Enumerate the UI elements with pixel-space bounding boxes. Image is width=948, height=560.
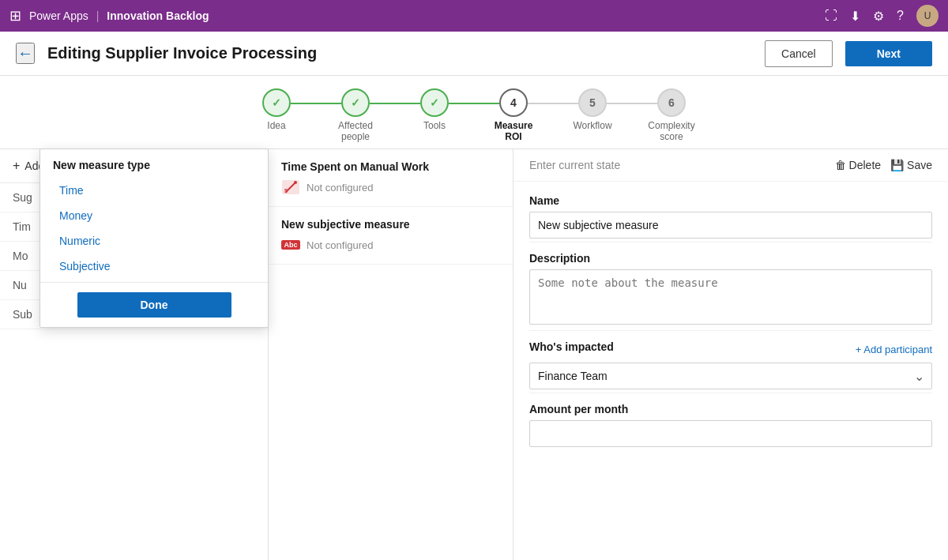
main-layout: + Add measure Sug Tim Mo Nu Sub New meas… — [0, 149, 948, 560]
download-icon[interactable]: ⬇ — [850, 9, 860, 24]
step-label-complexity: Complexityscore — [648, 120, 694, 142]
step-idea[interactable]: ✓ Idea — [237, 88, 316, 131]
add-participant-button[interactable]: + Add participant — [856, 344, 932, 355]
save-label: Save — [907, 159, 932, 171]
name-input[interactable] — [529, 212, 932, 239]
measure-type-row-subjective: Abc Not configured — [281, 237, 500, 253]
step-circle-affected: ✓ — [341, 88, 370, 117]
step-label-workflow: Workflow — [573, 120, 611, 131]
time-status: Not configured — [307, 182, 374, 194]
delete-icon: 🗑 — [835, 159, 846, 171]
enter-state-label: Enter current state — [529, 159, 620, 171]
topbar-right: ⛶ ⬇ ⚙ ? U — [825, 5, 939, 27]
measure-type-dropdown: New measure type Time Money Numeric Subj… — [40, 148, 269, 328]
description-textarea[interactable] — [529, 269, 932, 325]
page-title: Editing Supplier Invoice Processing — [47, 44, 752, 62]
step-circle-measure: 4 — [499, 88, 528, 117]
step-complexity[interactable]: 6 Complexityscore — [632, 88, 711, 142]
measure-type-row-time: $ Not configured — [281, 179, 500, 195]
settings-icon[interactable]: ⚙ — [873, 9, 884, 24]
cancel-button[interactable]: Cancel — [765, 40, 833, 67]
step-circle-tools: ✓ — [420, 88, 449, 117]
form-section: Name Description Who's impacted + Add pa… — [514, 182, 948, 460]
step-tools[interactable]: ✓ Tools — [395, 88, 474, 131]
step-workflow[interactable]: 5 Workflow — [553, 88, 632, 131]
dropdown-done-row: Done — [40, 282, 268, 327]
avatar[interactable]: U — [916, 5, 939, 27]
name-label: Name — [529, 194, 932, 207]
header-row: ← Editing Supplier Invoice Processing Ca… — [0, 32, 948, 76]
fullscreen-icon[interactable]: ⛶ — [825, 9, 837, 23]
save-icon: 💾 — [890, 159, 904, 171]
svg-point-2 — [294, 181, 297, 184]
topbar: ⊞ Power Apps | Innovation Backlog ⛶ ⬇ ⚙ … — [0, 0, 948, 32]
description-label: Description — [529, 252, 932, 265]
next-button[interactable]: Next — [845, 41, 932, 66]
dropdown-item-subjective[interactable]: Subjective — [40, 254, 268, 279]
dropdown-header: New measure type — [40, 149, 268, 178]
subjective-status: Not configured — [307, 239, 374, 251]
back-button[interactable]: ← — [16, 43, 35, 64]
dropdown-item-money[interactable]: Money — [40, 203, 268, 228]
step-measure-roi[interactable]: 4 MeasureROI — [474, 88, 553, 142]
whos-impacted-label: Who's impacted — [529, 340, 614, 353]
action-buttons: 🗑 Delete 💾 Save — [835, 159, 932, 171]
done-button[interactable]: Done — [77, 292, 231, 318]
step-circle-workflow: 5 — [578, 88, 607, 117]
amount-input[interactable] — [529, 420, 932, 447]
right-panel-top: Enter current state 🗑 Delete 💾 Save — [514, 149, 948, 182]
time-type-icon: $ — [281, 179, 300, 195]
svg-text:$: $ — [284, 188, 288, 194]
grid-icon[interactable]: ⊞ — [9, 7, 21, 24]
delete-label: Delete — [849, 159, 881, 171]
step-label-tools: Tools — [423, 120, 446, 131]
delete-button[interactable]: 🗑 Delete — [835, 159, 881, 171]
participant-select[interactable]: Finance Team — [529, 363, 932, 389]
participant-select-wrapper: Finance Team ⌄ — [529, 363, 932, 389]
right-panel: Enter current state 🗑 Delete 💾 Save Name… — [514, 149, 948, 560]
add-plus-icon: + — [13, 159, 20, 173]
step-affected-people[interactable]: ✓ Affectedpeople — [316, 88, 395, 142]
step-label-idea: Idea — [267, 120, 285, 131]
save-button[interactable]: 💾 Save — [890, 159, 932, 171]
step-circle-complexity: 6 — [657, 88, 686, 117]
measure-card-time[interactable]: Time Spent on Manual Work $ Not configur… — [269, 149, 513, 207]
steps-bar: ✓ Idea ✓ Affectedpeople ✓ Tools 4 Measur… — [0, 76, 948, 149]
abc-type-icon: Abc — [281, 237, 300, 253]
step-label-affected: Affectedpeople — [338, 120, 373, 142]
amount-label: Amount per month — [529, 403, 932, 415]
dropdown-item-time[interactable]: Time — [40, 178, 268, 203]
middle-panel: Time Spent on Manual Work $ Not configur… — [269, 149, 514, 560]
topbar-divider: | — [96, 9, 100, 22]
help-icon[interactable]: ? — [897, 9, 904, 23]
step-circle-idea: ✓ — [262, 88, 291, 117]
measure-card-title-time: Time Spent on Manual Work — [281, 160, 500, 173]
step-label-measure: MeasureROI — [495, 120, 533, 142]
topbar-powerapps-label: Power Apps — [29, 9, 88, 22]
measure-card-subjective[interactable]: New subjective measure Abc Not configure… — [269, 207, 513, 265]
whos-impacted-row: Who's impacted + Add participant — [529, 340, 932, 358]
measure-card-title-subjective: New subjective measure — [281, 218, 500, 231]
dropdown-item-numeric[interactable]: Numeric — [40, 228, 268, 254]
topbar-app-name: Innovation Backlog — [107, 9, 209, 22]
